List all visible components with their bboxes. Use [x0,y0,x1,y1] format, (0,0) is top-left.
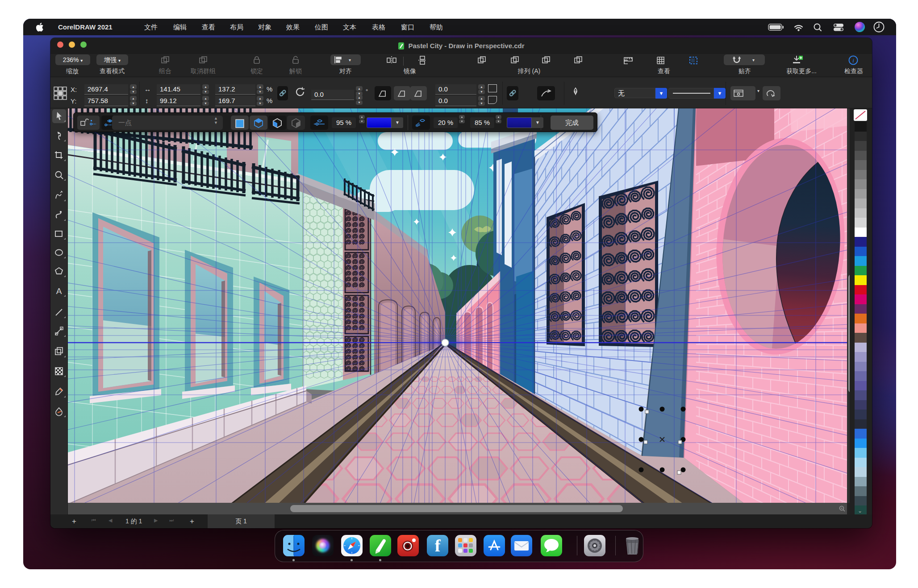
svg-text:A: A [56,286,62,296]
svg-text:i: i [852,57,854,64]
